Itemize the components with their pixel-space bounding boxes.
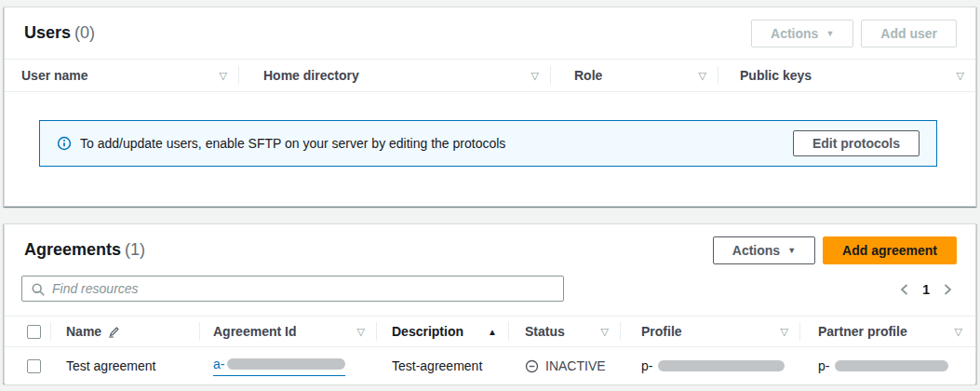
column-label: Role — [574, 68, 602, 83]
sort-down-icon: ▽ — [957, 70, 964, 82]
current-page[interactable]: 1 — [922, 282, 930, 297]
sort-down-icon: ▽ — [781, 326, 788, 338]
agreement-profile-cell: p- — [620, 347, 799, 384]
users-column-user-name[interactable]: User name ▽ — [5, 60, 238, 91]
column-label: Agreement Id — [213, 324, 296, 339]
pagination: 1 — [897, 281, 955, 298]
search-input[interactable] — [22, 276, 563, 301]
users-panel-title: Users(0) — [24, 23, 95, 43]
caret-down-icon: ▼ — [787, 247, 796, 255]
users-panel-header: Users(0) Actions ▼ Add user — [5, 7, 975, 59]
agreement-name-cell: Test agreement — [50, 347, 199, 384]
agreements-column-partner-profile[interactable]: Partner profile ▽ — [799, 317, 975, 346]
users-table-header: User name ▽ Home directory ▽ Role ▽ Publ… — [5, 59, 975, 92]
row-select-cell — [5, 347, 50, 384]
column-label: Description — [392, 324, 463, 339]
sort-down-icon: ▽ — [531, 70, 539, 82]
column-label: Profile — [641, 324, 682, 339]
agreements-header-actions: Actions ▼ Add agreement — [713, 236, 957, 264]
users-title-text: Users — [24, 23, 71, 42]
select-all-checkbox[interactable] — [27, 325, 41, 339]
agreements-panel-title: Agreements(1) — [24, 240, 145, 260]
users-empty-state: To add/update users, enable SFTP on your… — [5, 92, 975, 167]
page: Users(0) Actions ▼ Add user User name ▽ … — [0, 0, 980, 391]
users-column-role[interactable]: Role ▽ — [550, 60, 718, 91]
users-count: (0) — [74, 23, 95, 42]
agreements-count: (1) — [125, 240, 145, 259]
caret-down-icon: ▼ — [826, 30, 834, 38]
agreement-partner-profile-cell: p- — [799, 347, 975, 384]
select-all-cell — [5, 317, 50, 346]
users-actions-button[interactable]: Actions ▼ — [751, 20, 853, 47]
partner-profile-prefix: p- — [818, 358, 829, 373]
sort-down-icon: ▽ — [699, 70, 706, 82]
agreements-toolbar: 1 — [5, 276, 975, 316]
users-panel: Users(0) Actions ▼ Add user User name ▽ … — [4, 7, 976, 207]
users-column-home-directory[interactable]: Home directory ▽ — [238, 60, 550, 91]
edit-protocols-button[interactable]: Edit protocols — [793, 130, 920, 156]
column-label: Home directory — [263, 68, 359, 83]
profile-prefix: p- — [641, 358, 652, 373]
add-agreement-label: Add agreement — [842, 243, 937, 258]
agreements-panel-header: Agreements(1) Actions ▼ Add agreement — [5, 224, 975, 276]
agreements-panel: Agreements(1) Actions ▼ Add agreement — [4, 223, 976, 384]
search-box — [21, 276, 564, 302]
agreement-status-cell: INACTIVE — [508, 347, 620, 384]
sort-ascending-icon: ▲ — [488, 327, 497, 337]
edit-pencil-icon — [108, 326, 120, 338]
column-label: Public keys — [740, 68, 812, 83]
agreement-description: Test-agreement — [392, 358, 482, 373]
agreement-id-link[interactable]: a- — [213, 357, 345, 376]
search-icon — [31, 282, 46, 297]
info-banner: To add/update users, enable SFTP on your… — [39, 120, 937, 167]
next-page-button[interactable] — [941, 281, 955, 298]
table-row: Test agreement a- Test-agreement INAC — [5, 347, 975, 384]
row-checkbox[interactable] — [27, 359, 41, 373]
agreements-table-header: Name Agreement Id ▽ Description ▲ — [5, 316, 975, 347]
agreements-actions-label: Actions — [732, 243, 780, 258]
agreement-id-cell: a- — [199, 347, 376, 384]
add-agreement-button[interactable]: Add agreement — [823, 236, 957, 264]
column-label: Status — [525, 324, 565, 339]
users-header-actions: Actions ▼ Add user — [751, 20, 957, 47]
add-user-button[interactable]: Add user — [861, 20, 957, 47]
sort-down-icon: ▽ — [955, 326, 962, 338]
sort-down-icon: ▽ — [601, 326, 609, 338]
redacted-partner-profile-id — [835, 360, 948, 371]
agreements-column-description[interactable]: Description ▲ — [376, 317, 508, 346]
sort-down-icon: ▽ — [220, 70, 227, 82]
agreement-id-prefix: a- — [213, 357, 224, 371]
inactive-status-icon — [525, 359, 539, 373]
agreements-column-name[interactable]: Name — [50, 317, 199, 346]
previous-page-button[interactable] — [897, 281, 911, 298]
redacted-agreement-id — [227, 358, 345, 370]
sort-down-icon: ▽ — [357, 326, 365, 338]
banner-text: To add/update users, enable SFTP on your… — [80, 136, 505, 151]
agreements-column-agreement-id[interactable]: Agreement Id ▽ — [199, 317, 376, 346]
agreements-actions-button[interactable]: Actions ▼ — [713, 236, 815, 264]
users-actions-label: Actions — [771, 26, 818, 41]
agreements-column-profile[interactable]: Profile ▽ — [620, 317, 799, 346]
agreement-name: Test agreement — [66, 358, 156, 373]
add-user-label: Add user — [880, 26, 937, 41]
redacted-profile-id — [658, 360, 785, 371]
column-label: Name — [66, 324, 101, 339]
column-label: Partner profile — [818, 324, 907, 339]
users-column-public-keys[interactable]: Public keys ▽ — [718, 60, 975, 91]
info-icon — [57, 136, 72, 151]
status-badge: INACTIVE — [545, 358, 606, 373]
agreements-column-status[interactable]: Status ▽ — [508, 317, 620, 346]
edit-protocols-label: Edit protocols — [812, 136, 900, 151]
agreement-description-cell: Test-agreement — [376, 347, 508, 384]
agreements-title-text: Agreements — [24, 240, 121, 259]
column-label: User name — [21, 68, 88, 83]
